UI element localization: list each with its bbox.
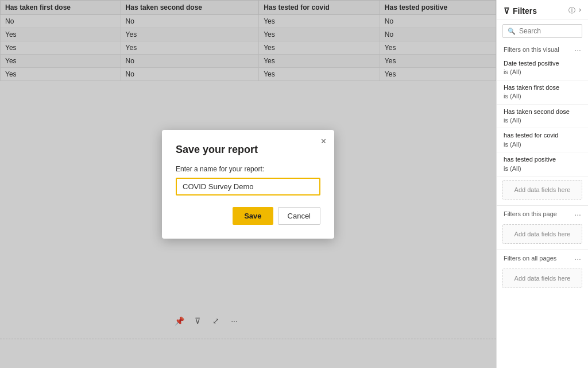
add-page-fields: Add data fields here <box>502 224 582 244</box>
filter-value: is (All) <box>504 68 581 76</box>
close-button[interactable]: × <box>321 137 326 146</box>
filter-name: has tested positive <box>504 155 581 164</box>
filter-value: is (All) <box>504 140 581 149</box>
report-name-input[interactable] <box>176 178 320 195</box>
filter-value: is (All) <box>504 116 581 125</box>
search-icon: 🔍 <box>508 28 516 35</box>
filter-name: Has taken second dose <box>504 108 581 116</box>
cancel-button[interactable]: Cancel <box>278 207 320 225</box>
filter-value: is (All) <box>504 164 581 173</box>
filters-on-visual-label: Filters on this visual ··· <box>497 43 588 56</box>
filter-item[interactable]: has tested positiveis (All) <box>497 152 588 177</box>
filters-header: ⊽ Filters ⓘ › <box>497 0 588 20</box>
search-box[interactable]: 🔍 <box>502 24 582 38</box>
filters-on-page-label: ··· Filters on this page <box>497 205 588 221</box>
filters-search-input[interactable] <box>519 27 577 35</box>
filter-item[interactable]: has tested for covidis (All) <box>497 128 588 152</box>
modal-overlay: × Save your report Enter a name for your… <box>0 0 496 368</box>
filter-name: Date tested positive <box>504 59 581 68</box>
modal-buttons: Save Cancel <box>176 207 320 225</box>
filter-funnel-icon: ⊽ <box>504 6 509 16</box>
filter-name: has tested for covid <box>504 131 581 140</box>
filters-header-icons: ⓘ › <box>568 6 581 16</box>
filters-sidebar: ⊽ Filters ⓘ › 🔍 Filters on this visual ·… <box>496 0 588 368</box>
filters-info-icon[interactable]: ⓘ <box>568 6 575 16</box>
filter-item[interactable]: Date tested positiveis (All) <box>497 56 588 80</box>
save-button[interactable]: Save <box>233 207 273 225</box>
filter-item[interactable]: Has taken first doseis (All) <box>497 80 588 105</box>
visual-filters-list: Date tested positiveis (All)Has taken fi… <box>497 56 588 177</box>
add-all-fields: Add data fields here <box>502 269 582 288</box>
filter-value: is (All) <box>504 92 581 101</box>
page-filter-dots[interactable]: ··· <box>574 210 581 218</box>
filters-close-icon[interactable]: › <box>579 6 581 16</box>
save-report-dialog: × Save your report Enter a name for your… <box>162 130 334 239</box>
content-area: Has taken first doseHas taken second dos… <box>0 0 496 368</box>
modal-title: Save your report <box>176 144 320 156</box>
add-visual-fields: Add data fields here <box>502 180 582 200</box>
filter-item[interactable]: Has taken second doseis (All) <box>497 105 588 129</box>
visual-filter-dots[interactable]: ··· <box>574 46 581 54</box>
all-filter-dots[interactable]: ··· <box>574 255 581 263</box>
report-name-label: Enter a name for your report: <box>176 165 320 173</box>
filters-on-all-label: ··· Filters on all pages <box>497 250 588 265</box>
filters-title: ⊽ Filters <box>504 6 537 16</box>
filter-name: Has taken first dose <box>504 83 581 92</box>
